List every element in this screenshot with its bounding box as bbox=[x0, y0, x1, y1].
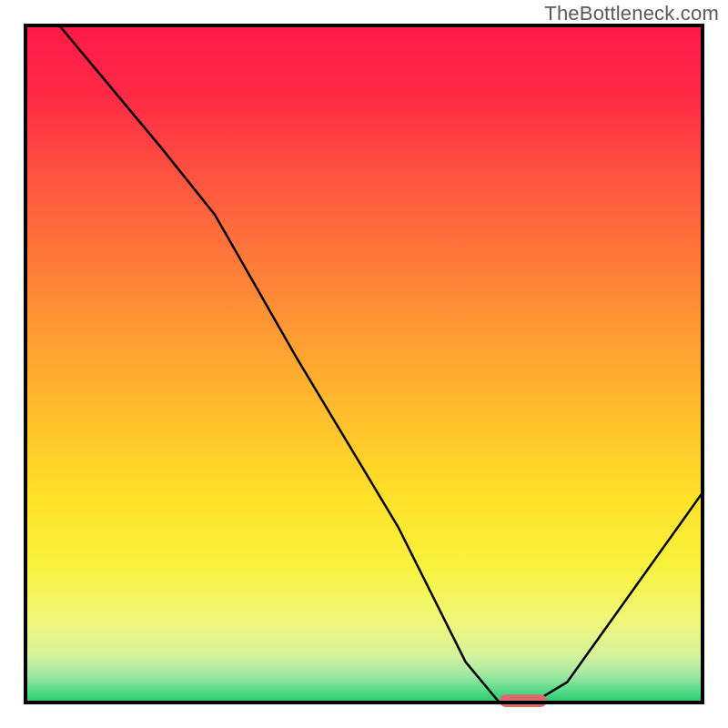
bottleneck-chart: TheBottleneck.com bbox=[0, 0, 728, 728]
watermark-label: TheBottleneck.com bbox=[544, 2, 719, 25]
svg-rect-0 bbox=[25, 25, 703, 703]
chart-svg bbox=[0, 0, 728, 728]
